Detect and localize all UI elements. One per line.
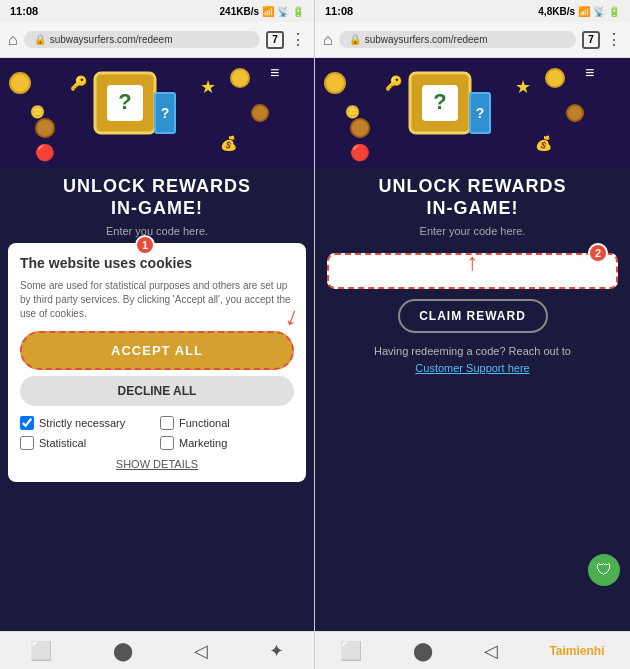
left-browser-bar: ⌂ 🔒 subwaysurfers.com/redeem 7 ⋮ xyxy=(0,22,314,58)
right-square-btn[interactable]: ⬜ xyxy=(340,640,362,662)
right-phone-panel: 11:08 4,8KB/s 📶 📡 🔋 ⌂ 🔒 subwaysurfers.co… xyxy=(315,0,630,669)
svg-text:💰: 💰 xyxy=(220,135,238,152)
left-url-box[interactable]: 🔒 subwaysurfers.com/redeem xyxy=(24,31,260,48)
svg-text:?: ? xyxy=(476,105,485,121)
right-webpage: ? ? ★ 🔑 🪙 🔴 💰 ≡ UNLOCK REWARDS IN-GAME! xyxy=(315,58,630,631)
svg-text:💰: 💰 xyxy=(535,135,553,152)
show-details-link[interactable]: SHOW DETAILS xyxy=(20,458,294,470)
marketing-label: Marketing xyxy=(179,437,227,449)
left-status-icons: 241KB/s 📶 📡 🔋 xyxy=(220,6,304,17)
decline-all-button[interactable]: DECLINE ALL xyxy=(20,376,294,406)
svg-text:★: ★ xyxy=(515,77,531,97)
support-link[interactable]: Customer Support here xyxy=(415,362,529,374)
left-status-bar: 11:08 241KB/s 📶 📡 🔋 xyxy=(0,0,314,22)
left-extra-btn[interactable]: ✦ xyxy=(269,640,284,662)
right-speed: 4,8KB/s xyxy=(538,6,575,17)
svg-point-22 xyxy=(325,73,345,93)
svg-text:🔴: 🔴 xyxy=(35,143,55,162)
left-url-text: subwaysurfers.com/redeem xyxy=(50,34,173,45)
right-unlock-line1: UNLOCK REWARDS xyxy=(379,176,567,196)
right-status-icons: 4,8KB/s 📶 📡 🔋 xyxy=(538,6,620,17)
svg-text:?: ? xyxy=(161,105,170,121)
right-url-box[interactable]: 🔒 subwaysurfers.com/redeem xyxy=(339,31,576,48)
support-text: Having redeeming a code? Reach out to Cu… xyxy=(327,343,618,376)
left-header-art: ? ? ★ 🔑 🪙 🔴 💰 ≡ xyxy=(0,58,314,168)
support-middle: redeeming a code? Reach out to xyxy=(411,345,571,357)
necessary-label: Strictly necessary xyxy=(39,417,125,429)
right-header-art: ? ? ★ 🔑 🪙 🔴 💰 ≡ xyxy=(315,58,630,168)
svg-point-24 xyxy=(567,105,583,121)
left-enter-code: Enter you code here. xyxy=(0,223,314,243)
right-wifi-icon: 📡 xyxy=(593,6,605,17)
right-lock-icon: 🔒 xyxy=(349,34,361,45)
left-tab-count[interactable]: 7 xyxy=(266,31,284,49)
cookie-overlay: The website uses cookies Some are used f… xyxy=(8,243,306,482)
cookie-desc: Some are used for statistical purposes a… xyxy=(20,279,294,321)
left-unlock-line1: UNLOCK REWARDS xyxy=(63,176,251,196)
svg-point-23 xyxy=(546,69,564,87)
accept-all-button[interactable]: ACCEPT ALL xyxy=(20,331,294,370)
svg-text:🔑: 🔑 xyxy=(70,75,88,92)
svg-point-6 xyxy=(10,73,30,93)
svg-text:🔴: 🔴 xyxy=(350,143,370,162)
left-square-btn[interactable]: ⬜ xyxy=(30,640,52,662)
left-unlock-title: UNLOCK REWARDS IN-GAME! xyxy=(0,168,314,223)
security-shield-icon: 🛡 xyxy=(588,554,620,586)
cookie-checkboxes: Strictly necessary Functional Statistica… xyxy=(20,416,294,450)
code-input-field[interactable] xyxy=(327,253,618,289)
right-menu-icon[interactable]: ⋮ xyxy=(606,30,622,49)
statistical-checkbox[interactable] xyxy=(20,436,34,450)
right-back-btn[interactable]: ◁ xyxy=(484,640,498,662)
svg-text:≡: ≡ xyxy=(585,64,594,81)
left-signal-icon: 📶 xyxy=(262,6,274,17)
right-signal-icon: 📶 xyxy=(578,6,590,17)
left-battery-icon: 🔋 xyxy=(292,6,304,17)
left-back-btn[interactable]: ◁ xyxy=(194,640,208,662)
functional-checkbox[interactable] xyxy=(160,416,174,430)
checkbox-functional: Functional xyxy=(160,416,294,430)
claim-reward-button[interactable]: CLAIM REWARD xyxy=(398,299,548,333)
right-extra-area: Taimienhi xyxy=(549,644,604,658)
accept-all-wrapper: ACCEPT ALL ↓ xyxy=(20,331,294,370)
support-prefix: Having xyxy=(374,345,411,357)
svg-text:≡: ≡ xyxy=(270,64,279,81)
left-unlock-line2: IN-GAME! xyxy=(111,198,203,218)
right-browser-bar: ⌂ 🔒 subwaysurfers.com/redeem 7 ⋮ xyxy=(315,22,630,58)
left-time: 11:08 xyxy=(10,5,38,17)
right-tab-count[interactable]: 7 xyxy=(582,31,600,49)
right-back-icon[interactable]: ⌂ xyxy=(323,31,333,49)
right-unlock-line2: IN-GAME! xyxy=(427,198,519,218)
cookie-title: The website uses cookies xyxy=(20,255,294,271)
right-enter-code: Enter your code here. xyxy=(315,223,630,243)
left-lock-icon: 🔒 xyxy=(34,34,46,45)
svg-point-25 xyxy=(351,119,369,137)
step2-wrapper: 2 ↑ xyxy=(327,253,618,299)
svg-point-9 xyxy=(36,119,54,137)
left-back-icon[interactable]: ⌂ xyxy=(8,31,18,49)
checkbox-necessary: Strictly necessary xyxy=(20,416,154,430)
right-battery-icon: 🔋 xyxy=(608,6,620,17)
marketing-checkbox[interactable] xyxy=(160,436,174,450)
right-content-area: 2 ↑ CLAIM REWARD Having redeeming a code… xyxy=(315,243,630,631)
functional-label: Functional xyxy=(179,417,230,429)
right-home-btn[interactable]: ⬤ xyxy=(413,640,433,662)
right-unlock-title: UNLOCK REWARDS IN-GAME! xyxy=(315,168,630,223)
left-home-btn[interactable]: ⬤ xyxy=(113,640,133,662)
taimienhi-logo: Taimienhi xyxy=(549,644,604,658)
necessary-checkbox[interactable] xyxy=(20,416,34,430)
left-webpage: ? ? ★ 🔑 🪙 🔴 💰 ≡ UNLOC xyxy=(0,58,314,631)
checkbox-statistical: Statistical xyxy=(20,436,154,450)
svg-text:🔑: 🔑 xyxy=(385,75,403,92)
shield-icon-wrapper: 🛡 xyxy=(588,554,620,586)
left-menu-icon[interactable]: ⋮ xyxy=(290,30,306,49)
right-url-text: subwaysurfers.com/redeem xyxy=(365,34,488,45)
svg-point-8 xyxy=(252,105,268,121)
left-bottom-nav: ⬜ ⬤ ◁ ✦ xyxy=(0,631,314,669)
svg-text:?: ? xyxy=(118,89,131,114)
left-phone-panel: 11:08 241KB/s 📶 📡 🔋 ⌂ 🔒 subwaysurfers.co… xyxy=(0,0,315,669)
left-speed: 241KB/s xyxy=(220,6,259,17)
svg-text:★: ★ xyxy=(200,77,216,97)
svg-point-7 xyxy=(231,69,249,87)
statistical-label: Statistical xyxy=(39,437,86,449)
checkbox-marketing: Marketing xyxy=(160,436,294,450)
